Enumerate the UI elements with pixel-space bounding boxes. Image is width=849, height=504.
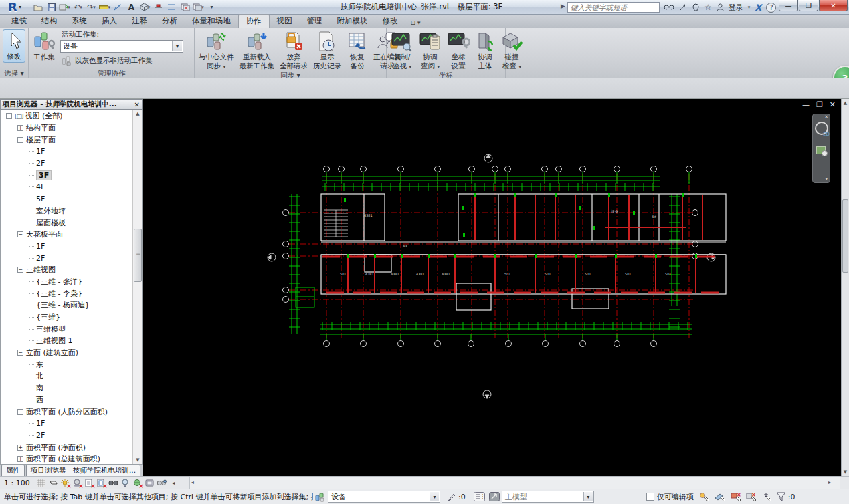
collapse-icon[interactable]: − (17, 231, 23, 237)
canvas-vertical-scrollbar[interactable]: ▲ ▼ (841, 99, 849, 476)
active-workset-combo[interactable]: 设备▾ (60, 40, 183, 53)
coordinate-button-1[interactable]: 协调查阅 ▾ (417, 29, 444, 71)
tree-item[interactable]: −[□]视图 (全部) (1, 110, 132, 122)
scroll-thumb[interactable] (134, 229, 142, 282)
view-scale[interactable]: 1 : 100 (4, 479, 30, 487)
minimize-button[interactable]: — (779, 0, 798, 11)
help-icon[interactable]: ? (766, 3, 776, 13)
text-icon[interactable]: A (126, 2, 137, 13)
view-close-icon[interactable]: ✕ (830, 100, 836, 109)
modify-button[interactable]: 修改 (3, 29, 25, 63)
tree-item[interactable]: +结构平面 (1, 122, 132, 134)
measure-icon[interactable]: ▾ (99, 2, 110, 13)
editing-requests-icon[interactable] (447, 492, 456, 501)
tree-item[interactable]: 北 (1, 370, 132, 382)
subscription-center-icon[interactable] (679, 3, 687, 11)
open-icon[interactable] (32, 2, 43, 13)
navbar-options-icon[interactable]: ▾ (825, 176, 828, 182)
close-button[interactable]: ✕ (819, 0, 848, 11)
tree-item[interactable]: 室外地坪 (1, 205, 132, 217)
save-icon[interactable] (45, 2, 57, 13)
sync-with-central-icon[interactable]: ▾ (59, 2, 70, 13)
tree-item[interactable]: −面积平面 (人防分区面积) (1, 406, 132, 418)
ribbon-tab-9[interactable]: 管理 (300, 15, 330, 28)
detail-level-icon[interactable] (35, 478, 47, 488)
worksets-button[interactable]: 工作集 (31, 29, 58, 63)
view-restore-icon[interactable]: ❐ (816, 100, 823, 109)
sun-path-icon[interactable]: × (60, 478, 71, 488)
redo-icon[interactable]: ↷▾ (86, 2, 97, 13)
temporary-hide-isolate-icon[interactable] (108, 478, 119, 488)
ribbon-tab-6[interactable]: 体量和场地 (185, 15, 238, 28)
tree-item[interactable]: −天花板平面 (1, 229, 132, 241)
tree-item[interactable]: {三维 - 杨雨迪} (1, 299, 132, 311)
tree-item[interactable]: −立面 (建筑立面) (1, 347, 132, 359)
sync-button-1[interactable]: 重新载入最新工作集 (238, 29, 277, 71)
tree-item[interactable]: {三维} (1, 311, 132, 324)
favorites-star-icon[interactable]: ☆ (704, 3, 712, 12)
collapse-icon[interactable]: − (17, 267, 23, 273)
gray-inactive-worksets-button[interactable]: 以灰色显示非活动工作集 (60, 55, 183, 66)
scroll-down-icon[interactable]: ▼ (134, 456, 142, 464)
tab-project-browser[interactable]: 项目浏览器 - 技师学院机电培训... (26, 465, 140, 476)
viewbar-more-icon[interactable]: ◂ (168, 478, 179, 488)
ribbon-tab-0[interactable]: 建筑 (4, 15, 34, 28)
scroll-down-icon[interactable]: ▼ (842, 468, 849, 476)
expand-icon[interactable]: + (17, 456, 23, 462)
design-options-icon[interactable] (489, 492, 500, 501)
resize-grip[interactable]: ⋰ (840, 477, 849, 489)
search-icon[interactable] (664, 3, 674, 11)
scroll-left-icon[interactable]: ◂ (191, 479, 194, 485)
tree-item[interactable]: 3F (1, 169, 132, 181)
collapse-icon[interactable]: − (17, 137, 23, 143)
tree-item[interactable]: 三维视图 1 (1, 335, 132, 347)
collapse-icon[interactable]: − (6, 113, 12, 119)
restore-button[interactable]: ❐ (799, 0, 818, 11)
filter-icon[interactable] (776, 492, 786, 501)
infocenter-expand-icon[interactable]: ▶ (561, 3, 565, 9)
navbar-close-icon[interactable]: ✕ (824, 114, 828, 120)
scroll-right-icon[interactable]: ▸ (828, 479, 831, 485)
temporary-view-properties-icon[interactable] (144, 478, 155, 488)
tree-item[interactable]: 东 (1, 358, 132, 370)
ribbon-state-icon[interactable]: ⊡ ▾ (411, 19, 421, 28)
scroll-up-icon[interactable]: ▲ (842, 99, 849, 107)
ribbon-tab-8[interactable]: 视图 (270, 15, 300, 28)
tree-item[interactable]: 屋面楼板 (1, 217, 132, 229)
tree-item[interactable]: 5F (1, 193, 132, 205)
ribbon-tab-3[interactable]: 插入 (94, 15, 124, 28)
zoom-icon[interactable] (816, 146, 826, 154)
tree-item[interactable]: 1F (1, 418, 132, 430)
default-3d-view-icon[interactable]: ▾ (139, 2, 151, 13)
select-links-icon[interactable] (699, 492, 711, 502)
design-option-combo[interactable]: 主模型▾ (502, 491, 594, 503)
tree-item[interactable]: −三维视图 (1, 264, 132, 276)
sync-button-2[interactable]: 放弃全部请求 (278, 29, 310, 71)
exchange-apps-icon[interactable]: X (755, 3, 761, 13)
user-icon[interactable] (717, 3, 724, 11)
reveal-hidden-elements-icon[interactable] (120, 478, 131, 488)
visual-style-icon[interactable] (48, 478, 59, 488)
select-panel-label[interactable]: 选择 ▾ (0, 69, 28, 78)
show-crop-region-icon[interactable]: × (96, 478, 107, 488)
ribbon-tab-7[interactable]: 协作 (238, 14, 270, 28)
drawing-area[interactable]: 50143814381438143815015015015015014381设备… (143, 99, 841, 476)
tree-item[interactable]: −楼层平面 (1, 134, 132, 146)
coordinate-button-3[interactable]: 协调主体 (473, 29, 497, 71)
canvas-horizontal-scrollbar[interactable]: ◂ ▸ (189, 477, 840, 489)
switch-windows-icon[interactable]: ▾ (193, 2, 204, 13)
close-icon[interactable]: ✕ (134, 101, 140, 108)
ribbon-tab-11[interactable]: 修改 (375, 15, 405, 28)
sync-button-3[interactable]: 显示历史记录 (311, 29, 343, 71)
aligned-dimension-icon[interactable] (112, 2, 124, 13)
workset-combo[interactable]: 设备▾ (328, 491, 440, 503)
expand-icon[interactable]: + (17, 125, 23, 131)
ribbon-tab-5[interactable]: 分析 (155, 15, 185, 28)
expand-icon[interactable]: + (17, 445, 23, 451)
ribbon-tab-10[interactable]: 附加模块 (330, 15, 375, 28)
drag-on-selection-icon[interactable] (761, 492, 772, 502)
search-input[interactable] (567, 2, 660, 13)
editable-only-checkbox[interactable]: 仅可编辑项 (646, 492, 694, 502)
tab-properties[interactable]: 属性 (1, 465, 25, 476)
checkbox-icon[interactable] (646, 493, 654, 501)
